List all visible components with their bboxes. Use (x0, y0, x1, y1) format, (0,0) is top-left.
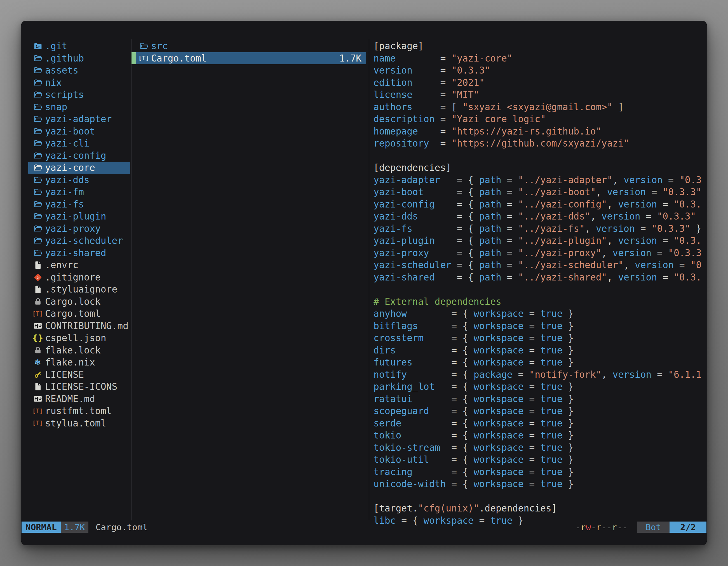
preview-line: yazi-dds = { path = "../yazi-dds", versi… (374, 210, 702, 223)
dir-row[interactable]: yazi-core (28, 162, 130, 174)
preview-line: tokio-stream = { workspace = true } (374, 441, 702, 454)
toml-icon: [T] (32, 311, 43, 317)
entry-name: yazi-core (45, 162, 95, 173)
dir-row[interactable]: yazi-config (28, 150, 130, 162)
preview-line: edition = "2021" (374, 77, 702, 89)
folder-icon (32, 90, 43, 99)
preview-line: bitflags = { workspace = true } (374, 320, 702, 332)
folder-icon (32, 236, 43, 245)
dir-row[interactable]: scripts (28, 89, 130, 101)
preview-line: yazi-boot = { path = "../yazi-boot", ver… (374, 186, 702, 198)
parent-directory-pane[interactable]: .git.githubassetsnixscriptssnapyazi-adap… (28, 40, 130, 429)
entry-name: Cargo.toml (45, 308, 101, 319)
file-row[interactable]: [T]Cargo.toml (28, 307, 130, 320)
hover-marker (131, 40, 136, 52)
file-icon (32, 285, 43, 294)
preview-line: authors = [ "sxyazi <sxyazi@gmail.com>" … (374, 101, 702, 113)
status-filename: Cargo.toml (96, 522, 148, 532)
folder-icon (32, 224, 43, 233)
dir-row[interactable]: .git (28, 40, 130, 52)
preview-line: ratatui = { workspace = true } (374, 393, 702, 405)
dir-row[interactable]: yazi-dds (28, 174, 130, 186)
file-row[interactable]: README.md (28, 393, 130, 405)
preview-line: description = "Yazi core logic" (374, 113, 702, 125)
current-directory-pane[interactable]: src[T]Cargo.toml1.7K (131, 40, 366, 64)
folder-icon (32, 212, 43, 221)
yazi-terminal-window: .git.githubassetsnixscriptssnapyazi-adap… (21, 21, 707, 545)
entry-name: flake.lock (45, 345, 101, 356)
file-row[interactable]: [T]rustfmt.toml (28, 405, 130, 417)
preview-line: [package] (374, 40, 702, 52)
file-row[interactable]: .styluaignore (28, 283, 130, 295)
md-icon (32, 394, 43, 403)
toml-icon: [T] (32, 420, 43, 426)
dir-row[interactable]: yazi-adapter (28, 113, 130, 125)
preview-line (374, 283, 702, 295)
preview-line: tokio-util = { workspace = true } (374, 454, 702, 466)
dir-row[interactable]: yazi-fm (28, 186, 130, 198)
folder-icon (32, 175, 43, 185)
braces-icon: {} (32, 334, 43, 342)
preview-line: unicode-width = { workspace = true } (374, 478, 702, 490)
dir-row[interactable]: nix (28, 77, 130, 89)
key-icon (32, 370, 43, 379)
file-icon (32, 382, 43, 391)
status-bar: NORMAL 1.7K Cargo.toml -rw-r--r-- Bot 2/… (22, 522, 706, 533)
entry-name: yazi-fm (45, 187, 84, 198)
file-row[interactable]: flake.lock (28, 344, 130, 356)
toml-icon: [T] (138, 55, 149, 61)
file-row[interactable]: .envrc (28, 259, 130, 271)
preview-line (374, 150, 702, 162)
folder-icon (32, 54, 43, 63)
preview-line: name = "yazi-core" (374, 52, 702, 65)
folder-icon (32, 102, 43, 112)
file-row[interactable]: .gitignore (28, 271, 130, 283)
file-permissions: -rw-r--r-- (575, 522, 628, 532)
dir-row[interactable]: yazi-plugin (28, 210, 130, 223)
entry-name: yazi-fs (45, 199, 84, 210)
preview-line: yazi-adapter = { path = "../yazi-adapter… (374, 174, 702, 186)
dir-row[interactable]: snap (28, 101, 130, 113)
entry-name: .gitignore (45, 272, 101, 283)
preview-line: futures = { workspace = true } (374, 356, 702, 368)
entry-name: .git (45, 41, 67, 51)
entry-name: yazi-config (45, 150, 106, 161)
file-row[interactable]: LICENSE (28, 368, 130, 381)
preview-line: yazi-scheduler = { path = "../yazi-sched… (374, 259, 702, 271)
dir-row[interactable]: yazi-scheduler (28, 235, 130, 247)
entry-name: LICENSE-ICONS (45, 381, 117, 392)
preview-line: crossterm = { workspace = true } (374, 332, 702, 344)
file-row[interactable]: [T]Cargo.toml1.7K (131, 52, 366, 65)
entry-name: yazi-cli (45, 138, 90, 149)
entry-name: yazi-boot (45, 126, 95, 137)
dir-row[interactable]: yazi-fs (28, 198, 130, 211)
entry-name: snap (45, 102, 67, 112)
dir-row[interactable]: yazi-shared (28, 247, 130, 259)
mode-badge: NORMAL (22, 522, 61, 533)
dir-row[interactable]: assets (28, 64, 130, 77)
dir-row[interactable]: yazi-cli (28, 137, 130, 150)
preview-line: yazi-fs = { path = "../yazi-fs", version… (374, 223, 702, 235)
entry-name: README.md (45, 393, 95, 404)
folder-icon (138, 41, 149, 51)
entry-name: CONTRIBUTING.md (45, 320, 128, 331)
file-row[interactable]: {}cspell.json (28, 332, 130, 344)
dir-row[interactable]: yazi-proxy (28, 223, 130, 235)
folder-icon (32, 127, 43, 136)
lock-icon (32, 346, 43, 355)
file-row[interactable]: LICENSE-ICONS (28, 380, 130, 393)
folder-icon (32, 66, 43, 75)
lock-icon (32, 297, 43, 306)
dir-row[interactable]: yazi-boot (28, 125, 130, 138)
file-row[interactable]: [T]stylua.toml (28, 417, 130, 429)
dir-row[interactable]: src (131, 40, 366, 52)
file-row[interactable]: ❄flake.nix (28, 356, 130, 368)
pane-separator-left (131, 39, 132, 520)
file-row[interactable]: CONTRIBUTING.md (28, 320, 130, 332)
file-preview-pane[interactable]: [package]name = "yazi-core"version = "0.… (374, 40, 702, 527)
entry-name: flake.nix (45, 357, 95, 368)
dir-row[interactable]: .github (28, 52, 130, 65)
file-row[interactable]: Cargo.lock (28, 295, 130, 308)
entry-name: yazi-proxy (45, 223, 101, 234)
file-size-badge: 1.7K (61, 522, 88, 533)
